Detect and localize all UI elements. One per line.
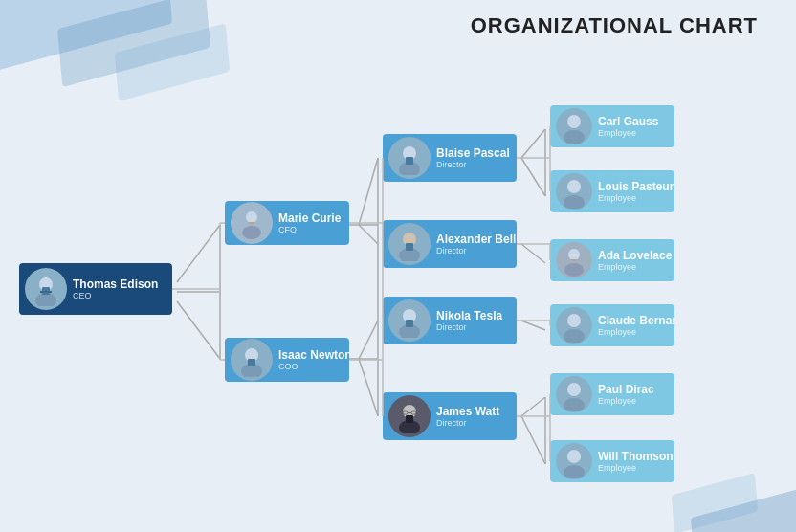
text-coo: Isaac Newton COO: [278, 348, 349, 371]
svg-point-43: [567, 115, 581, 128]
svg-line-15: [521, 321, 545, 330]
node-cfo: Marie Curie CFO: [225, 201, 349, 245]
text-e5: Paul Dirac Employee: [598, 383, 662, 406]
text-d3: Nikola Tesla Director: [436, 309, 510, 332]
svg-point-52: [564, 398, 585, 411]
node-employee-3: Ada Lovelace Employee: [550, 239, 674, 281]
svg-line-4: [359, 158, 378, 225]
avatar-e3: [556, 242, 592, 278]
text-e1: Carl Gauss Employee: [598, 115, 666, 138]
node-coo: Isaac Newton COO: [225, 338, 349, 382]
node-employee-6: Will Thomson Employee: [550, 440, 674, 482]
avatar-d3: [388, 299, 431, 342]
text-e6: Will Thomson Employee: [598, 450, 674, 473]
svg-line-16: [521, 397, 545, 416]
page-title: ORGANIZATIONAL CHART: [471, 13, 758, 38]
node-employee-4: Claude Bernard Employee: [550, 304, 674, 346]
svg-point-44: [564, 130, 585, 144]
text-ceo: Thomas Edison CEO: [73, 277, 166, 300]
text-e4: Claude Bernard Employee: [598, 314, 674, 337]
node-employee-1: Carl Gauss Employee: [550, 105, 674, 147]
svg-point-53: [567, 450, 581, 463]
svg-line-7: [359, 359, 378, 416]
svg-point-46: [564, 195, 585, 209]
svg-point-47: [568, 249, 580, 260]
org-chart: Thomas Edison CEO Marie Curie CFO: [10, 53, 786, 513]
avatar-ceo: [25, 268, 67, 310]
svg-point-49: [567, 314, 581, 327]
svg-point-24: [242, 226, 261, 239]
avatar-coo: [231, 339, 273, 381]
svg-rect-27: [248, 359, 255, 366]
svg-rect-39: [406, 415, 413, 423]
avatar-cfo: [231, 202, 273, 244]
avatar-e1: [556, 108, 592, 144]
node-director-1: Blaise Pascal Director: [383, 134, 517, 182]
node-employee-5: Paul Dirac Employee: [550, 373, 674, 415]
node-ceo: Thomas Edison CEO: [19, 263, 172, 315]
svg-point-23: [246, 211, 257, 223]
svg-rect-30: [406, 157, 413, 165]
svg-line-1: [177, 301, 220, 359]
svg-line-6: [359, 321, 378, 359]
text-d1: Blaise Pascal Director: [436, 146, 517, 169]
svg-point-50: [564, 329, 585, 343]
node-director-2: Alexander Bell Director: [383, 220, 517, 268]
avatar-e2: [556, 173, 592, 210]
avatar-d1: [388, 137, 431, 179]
svg-line-0: [177, 225, 220, 282]
text-e2: Louis Pasteur Employee: [598, 180, 674, 203]
text-d2: Alexander Bell Director: [436, 233, 517, 255]
node-employee-2: Louis Pasteur Employee: [550, 170, 674, 212]
svg-rect-33: [406, 243, 413, 251]
svg-line-17: [521, 416, 545, 464]
node-director-3: Nikola Tesla Director: [383, 297, 517, 344]
text-cfo: Marie Curie CFO: [278, 211, 348, 234]
svg-point-48: [564, 263, 584, 277]
svg-point-51: [567, 383, 581, 396]
svg-line-12: [521, 158, 545, 196]
avatar-d2: [388, 223, 431, 265]
avatar-d4: [388, 395, 431, 437]
text-d4: James Watt Director: [436, 405, 507, 428]
svg-line-14: [521, 244, 545, 263]
node-director-4: James Watt Director: [383, 392, 517, 440]
svg-rect-22: [40, 291, 52, 293]
avatar-e5: [556, 376, 592, 412]
svg-point-54: [564, 465, 585, 478]
svg-line-5: [359, 225, 378, 244]
svg-rect-36: [406, 320, 413, 327]
svg-point-45: [567, 180, 581, 193]
avatar-e4: [556, 307, 592, 344]
text-e3: Ada Lovelace Employee: [598, 249, 674, 272]
svg-point-20: [35, 293, 56, 306]
avatar-e6: [556, 443, 592, 479]
svg-line-11: [521, 129, 545, 158]
